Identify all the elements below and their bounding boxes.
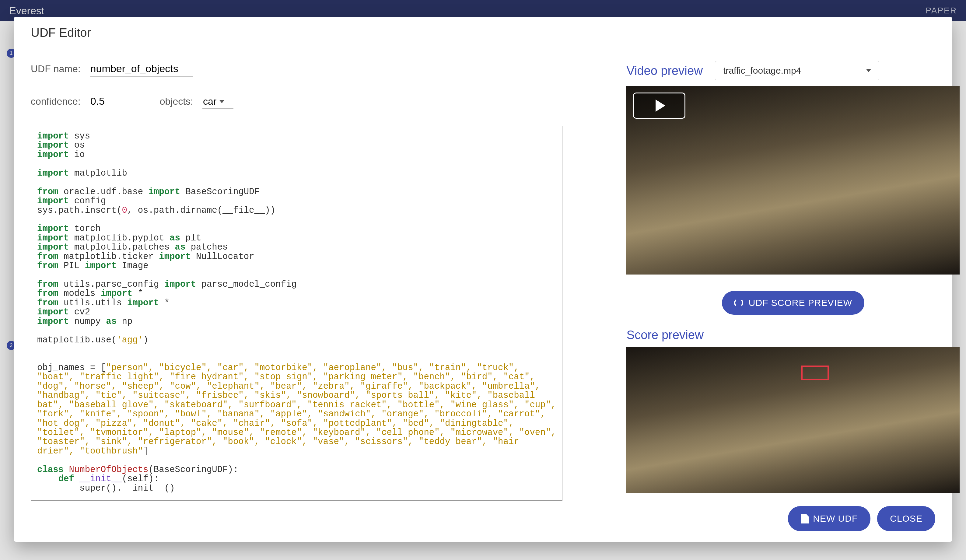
objects-label: objects:	[160, 96, 193, 107]
confidence-label: confidence:	[31, 96, 80, 107]
video-file-select[interactable]: traffic_footage.mp4	[715, 61, 879, 80]
modal-overlay: UDF Editor UDF name: confidence: objects…	[0, 0, 966, 560]
target-icon	[734, 298, 743, 307]
video-preview-header: Video preview traffic_footage.mp4	[626, 61, 959, 80]
modal-title: UDF Editor	[31, 26, 935, 39]
code-editor[interactable]: import sys import os import io import ma…	[31, 126, 562, 501]
right-column: Video preview traffic_footage.mp4 UDF SC…	[626, 61, 959, 501]
new-udf-label: NEW UDF	[813, 514, 858, 524]
detection-bbox	[801, 366, 829, 380]
play-button[interactable]	[633, 92, 685, 119]
close-label: CLOSE	[890, 514, 922, 524]
left-column: UDF name: confidence: objects: car impor…	[31, 61, 562, 501]
confidence-input[interactable]	[90, 94, 141, 109]
score-preview-title: Score preview	[626, 328, 959, 342]
udf-name-row: UDF name:	[31, 61, 562, 77]
params-row: confidence: objects: car	[31, 94, 562, 109]
caret-down-icon	[866, 69, 871, 72]
caret-down-icon	[219, 100, 224, 103]
modal-body: UDF name: confidence: objects: car impor…	[31, 61, 935, 501]
score-button-row: UDF SCORE PREVIEW	[626, 291, 959, 315]
udf-name-input[interactable]	[90, 61, 193, 77]
score-preview	[626, 347, 959, 493]
objects-select-value: car	[203, 96, 216, 107]
modal-footer: NEW UDF CLOSE	[31, 506, 935, 531]
video-preview	[626, 86, 959, 274]
objects-select[interactable]: car	[202, 95, 233, 108]
play-icon	[656, 100, 665, 112]
udf-score-preview-button[interactable]: UDF SCORE PREVIEW	[722, 291, 864, 315]
video-preview-title: Video preview	[626, 64, 703, 77]
close-button[interactable]: CLOSE	[877, 506, 935, 531]
udf-editor-modal: UDF Editor UDF name: confidence: objects…	[14, 17, 952, 542]
udf-score-preview-label: UDF SCORE PREVIEW	[749, 298, 852, 308]
file-icon	[801, 514, 809, 524]
new-udf-button[interactable]: NEW UDF	[788, 506, 871, 531]
udf-name-label: UDF name:	[31, 63, 80, 75]
video-file-select-value: traffic_footage.mp4	[723, 66, 801, 76]
